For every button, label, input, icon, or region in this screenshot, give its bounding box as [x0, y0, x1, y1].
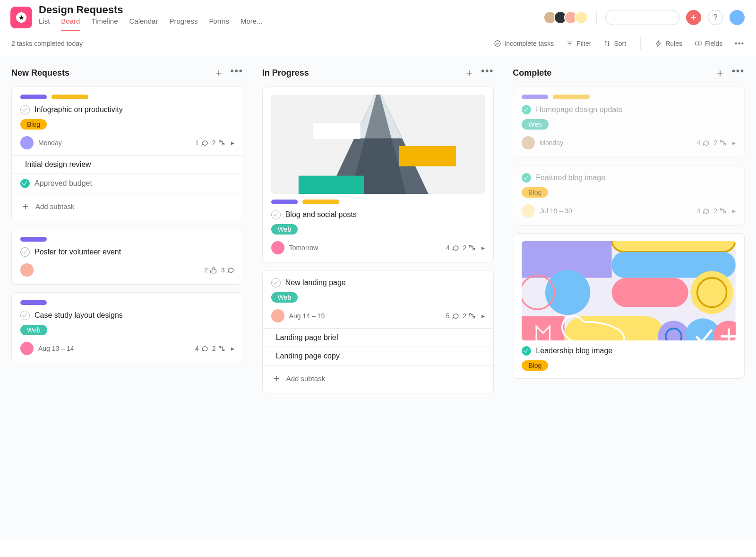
task-card[interactable]: Leadership blog image Blog — [513, 233, 745, 379]
complete-toggle[interactable] — [20, 247, 30, 257]
add-task-button[interactable]: ＋ — [464, 66, 474, 80]
complete-toggle[interactable] — [271, 210, 281, 219]
svg-rect-22 — [612, 278, 688, 307]
subtask-count[interactable]: 2 — [212, 345, 225, 352]
subtask-row[interactable]: Landing page brief — [263, 329, 494, 347]
stripe-purple — [522, 95, 548, 99]
tab-more[interactable]: More... — [241, 17, 263, 31]
subtask-row[interactable]: Initial design review — [12, 156, 243, 174]
search-input[interactable] — [605, 10, 679, 25]
subtask-count[interactable]: 2 — [713, 139, 727, 147]
tag-pill[interactable]: Web — [522, 119, 549, 130]
header-right: ? — [546, 10, 745, 25]
current-user-avatar[interactable] — [730, 10, 745, 25]
tag-pill[interactable]: Web — [20, 325, 47, 335]
assignee-avatar[interactable] — [522, 204, 535, 218]
rules-button[interactable]: Rules — [655, 40, 682, 47]
search-field[interactable] — [610, 13, 692, 21]
tab-timeline[interactable]: Timeline — [91, 17, 118, 31]
plus-icon: ＋ — [20, 199, 31, 213]
task-card[interactable]: Homepage design update Web Monday 4 2 ▸ — [513, 87, 745, 157]
avatar[interactable] — [575, 11, 588, 24]
tab-forms[interactable]: Forms — [209, 17, 229, 31]
tab-progress[interactable]: Progress — [169, 17, 198, 31]
svg-rect-15 — [399, 146, 456, 166]
expand-icon[interactable]: ▸ — [732, 139, 736, 147]
comment-count[interactable]: 1 — [195, 139, 208, 147]
subtask-count[interactable]: 2 — [463, 312, 476, 320]
tab-board[interactable]: Board — [61, 17, 80, 31]
tab-list[interactable]: List — [39, 17, 50, 31]
sort-button[interactable]: Sort — [603, 40, 626, 47]
incomplete-filter[interactable]: Incomplete tasks — [494, 40, 554, 47]
filter-button[interactable]: Filter — [566, 40, 591, 47]
subtask-icon — [719, 207, 727, 215]
tag-pill[interactable]: Blog — [522, 187, 548, 198]
add-task-button[interactable]: ＋ — [214, 66, 224, 80]
complete-toggle[interactable] — [20, 311, 30, 320]
tag-pill[interactable]: Blog — [522, 360, 548, 371]
due-date: Aug 13 – 14 — [38, 345, 74, 352]
subtask-count[interactable]: 2 — [463, 244, 476, 252]
comment-count[interactable]: 4 — [696, 207, 710, 215]
tag-pill[interactable]: Blog — [20, 119, 47, 130]
task-card[interactable]: Poster for volunteer event 2 3 — [11, 229, 243, 285]
tab-calendar[interactable]: Calendar — [129, 17, 158, 31]
comment-icon — [201, 139, 208, 147]
comment-count[interactable]: 4 — [446, 244, 459, 252]
complete-toggle[interactable] — [522, 173, 531, 183]
comment-count[interactable]: 4 — [195, 345, 208, 352]
app-header: ★ Design Requests List Board Timeline Ca… — [0, 0, 756, 31]
comment-count[interactable]: 5 — [446, 312, 459, 320]
assignee-avatar[interactable] — [271, 241, 284, 254]
task-card[interactable]: Blog and social posts Web Tomorrow 4 2 ▸ — [262, 87, 494, 262]
comment-count[interactable]: 3 — [221, 266, 234, 274]
like-count[interactable]: 2 — [204, 266, 217, 274]
task-card[interactable]: New landing page Web Aug 14 – 19 5 2 ▸ L… — [262, 270, 494, 393]
expand-icon[interactable]: ▸ — [231, 345, 234, 352]
task-card[interactable]: Infographic on productivity Blog Monday … — [11, 87, 243, 221]
expand-icon[interactable]: ▸ — [481, 244, 485, 252]
assignee-avatar[interactable] — [20, 263, 34, 277]
task-title-row: Infographic on productivity — [20, 105, 234, 114]
assignee-avatar[interactable] — [271, 309, 284, 322]
complete-toggle[interactable] — [20, 105, 30, 114]
task-card[interactable]: Case study layout designs Web Aug 13 – 1… — [11, 292, 243, 363]
column-menu[interactable]: ••• — [481, 66, 494, 80]
sort-label: Sort — [614, 40, 626, 47]
comment-count[interactable]: 4 — [696, 139, 710, 147]
complete-toggle[interactable] — [271, 278, 281, 287]
global-add-button[interactable] — [686, 10, 701, 25]
tag-pill[interactable]: Web — [271, 292, 298, 303]
more-menu[interactable]: ••• — [735, 40, 745, 47]
subtask-count[interactable]: 2 — [713, 207, 727, 215]
add-subtask-button[interactable]: ＋ Add subtask — [12, 193, 243, 213]
assignee-avatar[interactable] — [522, 136, 535, 149]
subtask-title: Initial design review — [25, 160, 91, 169]
column-menu[interactable]: ••• — [231, 66, 243, 80]
help-button[interactable]: ? — [708, 10, 723, 25]
add-task-button[interactable]: ＋ — [715, 66, 725, 80]
fields-button[interactable]: Fields — [695, 40, 722, 47]
subtask-count[interactable]: 2 — [212, 139, 225, 147]
column-title: Complete — [513, 68, 551, 78]
subtask-icon — [468, 312, 476, 320]
project-icon[interactable]: ★ — [10, 7, 32, 28]
complete-toggle[interactable] — [522, 105, 531, 114]
task-card[interactable]: Featured blog image Blog Jul 19 – 30 4 2… — [513, 165, 745, 226]
expand-icon[interactable]: ▸ — [481, 312, 485, 320]
complete-toggle[interactable] — [522, 346, 531, 356]
column-title: In Progress — [262, 68, 309, 78]
svg-point-4 — [495, 41, 500, 46]
assignee-avatar[interactable] — [20, 136, 34, 149]
expand-icon[interactable]: ▸ — [732, 207, 736, 215]
complete-toggle[interactable] — [20, 179, 30, 188]
subtask-row[interactable]: Landing page copy — [263, 347, 494, 366]
assignee-avatar[interactable] — [20, 342, 34, 355]
member-avatars[interactable] — [546, 11, 588, 24]
column-menu[interactable]: ••• — [732, 66, 745, 80]
subtask-row[interactable]: Approved budget — [12, 174, 243, 193]
add-subtask-button[interactable]: ＋ Add subtask — [263, 366, 494, 385]
tag-pill[interactable]: Web — [271, 224, 298, 235]
expand-icon[interactable]: ▸ — [231, 139, 234, 147]
